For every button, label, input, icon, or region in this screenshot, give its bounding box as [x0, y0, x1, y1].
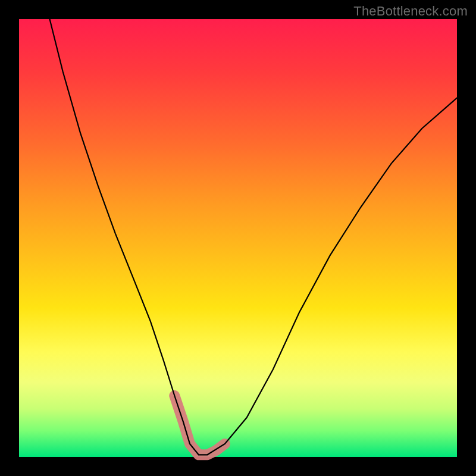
- chart-frame: TheBottleneck.com: [0, 0, 476, 476]
- plot-area: [19, 19, 457, 457]
- watermark-label: TheBottleneck.com: [353, 4, 468, 19]
- valley-highlight: [174, 396, 225, 455]
- curve-svg: [19, 19, 457, 457]
- bottleneck-curve: [50, 19, 458, 455]
